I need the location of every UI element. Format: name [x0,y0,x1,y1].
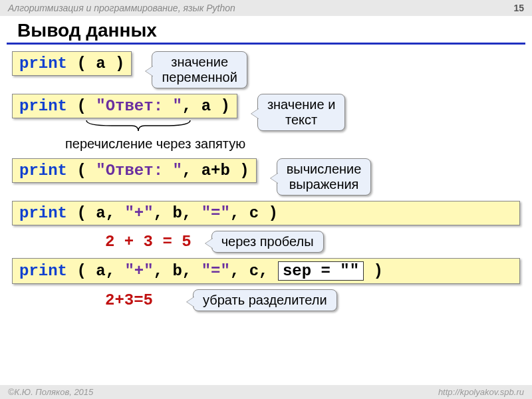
slide-footer: ©К.Ю. Поляков, 2015 http://kpolyakov.spb… [0,385,532,399]
callout-value: значение переменной [152,51,247,88]
code-box: print ( "Ответ: ", a ) [12,94,237,118]
sample-output: 2 + 3 = 5 [105,233,192,251]
output-row-5: 2+3=5 убрать разделители [12,289,520,311]
example-row-5: print ( a, "+", b, "=", c, sep = "" ) [12,258,520,284]
output-row-4: 2 + 3 = 5 через пробелы [12,231,520,253]
note-comma-list: перечисление через запятую [65,136,520,152]
callout-no-sep: убрать разделители [193,289,337,311]
code-box: print ( a, "+", b, "=", c, sep = "" ) [12,258,520,284]
example-row-2: print ( "Ответ: ", a ) значение и текст [12,94,520,131]
curly-brace-icon [85,119,192,131]
slide-content: print ( a ) значение переменной print ( … [0,51,532,311]
example-row-3: print ( "Ответ: ", a+b ) вычисление выра… [12,158,520,196]
slide-header: Алгоритмизация и программирование, язык … [0,0,532,16]
sample-output: 2+3=5 [105,291,153,309]
course-title: Алгоритмизация и программирование, язык … [8,3,235,13]
callout-value-text: значение и текст [257,94,346,131]
code-box: print ( a, "+", b, "=", c ) [12,201,520,225]
example-row-1: print ( a ) значение переменной [12,51,520,88]
code-box: print ( "Ответ: ", a+b ) [12,158,257,183]
callout-expression: вычисление выражения [277,158,372,196]
site-url: http://kpolyakov.spb.ru [438,387,524,397]
slide-title: Вывод данных [7,16,525,45]
callout-spaces: через пробелы [211,231,324,253]
copyright: ©К.Ю. Поляков, 2015 [8,387,93,397]
example-row-4: print ( a, "+", b, "=", c ) [12,201,520,225]
page-number: 15 [513,3,524,13]
code-box: print ( a ) [12,51,132,76]
sep-arg-box: sep = "" [278,261,364,281]
